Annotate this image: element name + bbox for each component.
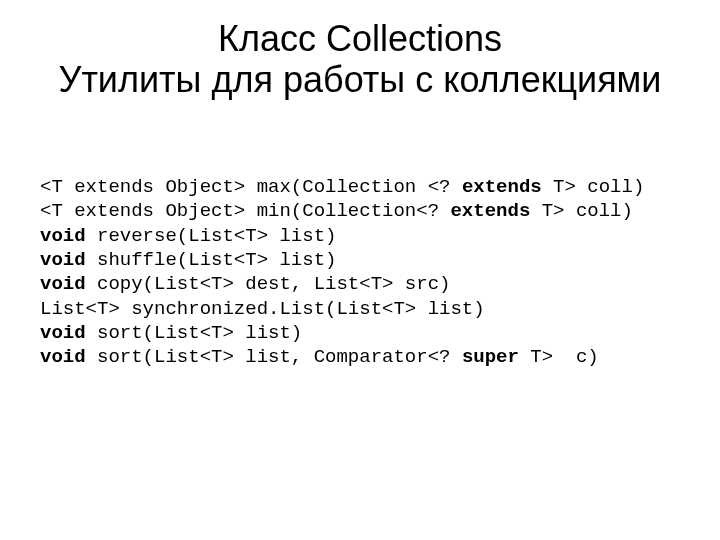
code-line-1: <T extends Object> max(Collection <? ext… (40, 176, 644, 198)
keyword-void: void (40, 273, 86, 295)
code-line-6: List<T> synchronized.List(List<T> list) (40, 298, 485, 320)
slide: Класс Collections Утилиты для работы с к… (0, 0, 720, 540)
slide-title: Класс Collections Утилиты для работы с к… (0, 0, 720, 101)
keyword-void: void (40, 249, 86, 271)
code-block: <T extends Object> max(Collection <? ext… (40, 175, 644, 370)
code-line-7: void sort(List<T> list) (40, 322, 302, 344)
keyword-void: void (40, 225, 86, 247)
code-line-2: <T extends Object> min(Collection<? exte… (40, 200, 633, 222)
code-line-8: void sort(List<T> list, Comparator<? sup… (40, 346, 599, 368)
code-line-4: void shuffle(List<T> list) (40, 249, 336, 271)
code-line-3: void reverse(List<T> list) (40, 225, 336, 247)
keyword-extends: extends (450, 200, 530, 222)
title-line-2: Утилиты для работы с коллекциями (0, 59, 720, 100)
keyword-super: super (462, 346, 519, 368)
keyword-void: void (40, 322, 86, 344)
code-line-5: void copy(List<T> dest, List<T> src) (40, 273, 450, 295)
keyword-extends: extends (462, 176, 542, 198)
keyword-void: void (40, 346, 86, 368)
title-line-1: Класс Collections (0, 18, 720, 59)
